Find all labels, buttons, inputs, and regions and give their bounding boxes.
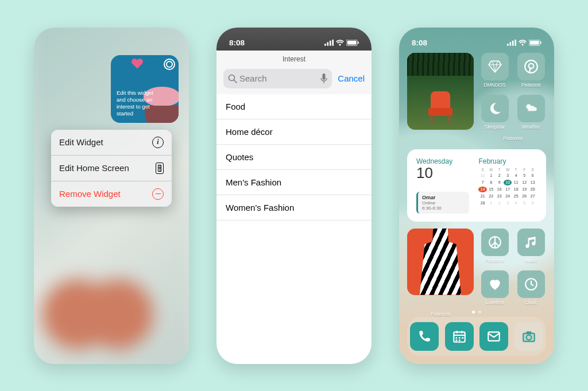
pinterest-widget-fashion[interactable]	[407, 229, 474, 295]
app-lovefest[interactable]: Lovefest	[479, 270, 510, 305]
svg-rect-9	[323, 73, 326, 80]
app-label: Weather	[522, 124, 540, 130]
app-peacentr[interactable]: Peacentr	[479, 229, 510, 264]
app-clock[interactable]: Clock	[516, 270, 546, 305]
app-label: Pinterest	[521, 82, 541, 88]
signal-icon	[324, 40, 334, 46]
page-indicator[interactable]	[399, 311, 554, 313]
weather-icon	[517, 95, 545, 122]
cancel-button[interactable]: Cancel	[338, 73, 365, 83]
music-note-icon	[517, 229, 545, 256]
svg-rect-31	[455, 337, 457, 339]
list-item[interactable]: Women's Fashion	[216, 195, 372, 220]
svg-rect-13	[512, 41, 514, 46]
search-input[interactable]: Search	[223, 69, 332, 88]
menu-remove-widget[interactable]: Remove Widget	[51, 181, 172, 207]
menu-label: Remove Widget	[59, 189, 121, 199]
svg-rect-16	[530, 41, 539, 45]
phone-home-screen: 8:08 DMNDOS Pinterest Sleepstar	[399, 28, 554, 364]
calendar-grid: SMTWTFS311234567891011121314151617181920…	[478, 168, 537, 206]
svg-rect-32	[459, 337, 461, 339]
sheet-title: Interest	[216, 51, 372, 67]
svg-line-24	[490, 242, 495, 247]
dock-camera[interactable]	[514, 322, 543, 351]
widget-context-menu: Edit Widget i Edit Home Screen Remove Wi…	[51, 130, 172, 207]
battery-icon	[346, 40, 359, 46]
svg-point-18	[525, 60, 537, 73]
pinterest-badge-icon	[164, 59, 175, 70]
menu-label: Edit Home Screen	[59, 163, 129, 173]
calendar-month: February	[478, 157, 537, 165]
mic-icon[interactable]	[320, 73, 327, 84]
menu-label: Edit Widget	[59, 137, 103, 147]
dock-mail[interactable]	[479, 322, 508, 351]
app-label: Clock	[525, 300, 537, 305]
svg-rect-12	[509, 42, 511, 46]
search-icon	[228, 74, 237, 83]
pinterest-widget-forest[interactable]	[407, 53, 474, 130]
clock-icon	[517, 270, 545, 298]
wifi-icon	[519, 40, 527, 46]
status-time: 8:08	[229, 38, 245, 47]
svg-rect-0	[324, 44, 326, 46]
peace-icon	[481, 229, 509, 256]
search-placeholder: Search	[239, 73, 318, 83]
svg-rect-5	[347, 41, 357, 45]
svg-rect-3	[332, 40, 334, 46]
menu-edit-widget[interactable]: Edit Widget i	[51, 130, 172, 156]
calendar-widget[interactable]: Wednesday 10 Omar Online 6:30-8:30 Febru…	[407, 149, 546, 222]
moon-icon	[481, 95, 509, 122]
app-label: Sleepstar	[485, 124, 505, 130]
svg-line-25	[495, 242, 500, 247]
svg-rect-33	[455, 339, 457, 341]
calendar-daynum: 10	[416, 165, 469, 180]
svg-rect-17	[540, 42, 541, 44]
interest-list: Food Home décor Quotes Men's Fashion Wom…	[216, 94, 372, 220]
app-music[interactable]: Music	[516, 229, 546, 264]
diamond-icon	[481, 53, 509, 80]
apps-grid-icon	[156, 162, 164, 174]
app-label: Music	[524, 258, 537, 264]
status-bar: 8:08	[216, 28, 372, 51]
widget-hint-text: Edit this widget and choose an interest …	[117, 90, 158, 117]
heart-icon	[131, 59, 143, 69]
pinterest-widget-small[interactable]: Edit this widget and choose an interest …	[111, 55, 179, 123]
wifi-icon	[336, 40, 344, 46]
info-icon: i	[152, 137, 164, 148]
battery-icon	[529, 40, 541, 46]
svg-line-8	[234, 80, 237, 83]
app-pinterest[interactable]: Pinterest	[516, 53, 546, 88]
status-bar: 8:08	[399, 28, 554, 51]
svg-rect-14	[514, 40, 516, 46]
app-weather[interactable]: Weather	[516, 95, 546, 130]
app-dmndos[interactable]: DMNDOS	[479, 53, 510, 88]
app-label: DMNDOS	[484, 82, 506, 88]
calendar-event: Omar Online 6:30-8:30	[416, 192, 469, 214]
signal-icon	[507, 40, 516, 46]
app-label: Peacentr	[485, 258, 504, 264]
svg-rect-40	[526, 331, 531, 334]
pinterest-icon	[517, 53, 545, 80]
phone-interest-picker: 8:08 Interest Search Cancel Food Home dé…	[216, 28, 372, 364]
widget-label: Pinterest	[503, 136, 523, 141]
remove-minus-icon	[152, 188, 164, 200]
dock	[407, 317, 546, 356]
svg-point-19	[528, 63, 533, 68]
svg-rect-2	[330, 41, 331, 46]
svg-rect-6	[358, 42, 359, 44]
list-item[interactable]: Food	[216, 94, 372, 119]
phone-widget-context-menu: Edit this widget and choose an interest …	[34, 28, 189, 364]
svg-rect-35	[462, 337, 463, 339]
svg-rect-1	[327, 42, 328, 46]
status-time: 8:08	[412, 38, 427, 47]
dock-phone[interactable]	[410, 322, 439, 351]
list-item[interactable]: Quotes	[216, 145, 372, 170]
list-item[interactable]: Home décor	[216, 119, 372, 145]
svg-rect-11	[507, 44, 509, 46]
list-item[interactable]: Men's Fashion	[216, 170, 372, 195]
svg-rect-34	[459, 339, 461, 341]
heart-icon	[481, 270, 509, 298]
dock-calendar[interactable]	[445, 322, 474, 351]
menu-edit-home-screen[interactable]: Edit Home Screen	[51, 156, 172, 181]
app-sleepstar[interactable]: Sleepstar	[479, 95, 510, 130]
